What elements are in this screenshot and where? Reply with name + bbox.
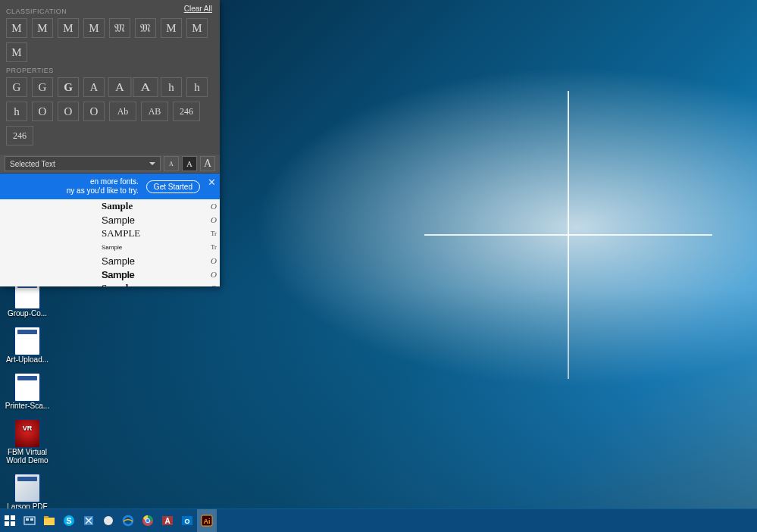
property-cell[interactable]: AB xyxy=(141,102,168,121)
classification-cell[interactable]: M xyxy=(6,18,27,38)
classification-cell[interactable]: M xyxy=(58,18,79,38)
property-cell[interactable]: h xyxy=(186,77,208,97)
font-preview: Sample xyxy=(102,200,208,212)
svg-text:Ai: Ai xyxy=(204,518,211,525)
desktop-icons: Group-Co...Art-Upload...Printer-Sca...FB… xyxy=(3,280,56,528)
taskbar-illustrator[interactable]: Ai xyxy=(197,509,217,532)
svg-rect-8 xyxy=(44,516,48,518)
taskbar-task-view[interactable] xyxy=(20,509,39,532)
font-preview: Sample xyxy=(102,282,208,286)
property-cell[interactable]: A xyxy=(83,77,105,97)
panel-header: Selected Text A A A xyxy=(0,155,220,174)
classification-cell[interactable]: M xyxy=(32,18,53,38)
adobe-fonts-promo: en more fonts. ny as you'd like to try. … xyxy=(0,174,220,199)
desktop-icon[interactable]: FBM Virtual World Demo xyxy=(3,419,52,465)
taskbar-access[interactable]: A xyxy=(158,509,177,532)
taskbar-chrome[interactable] xyxy=(138,509,158,532)
svg-text:S: S xyxy=(66,516,71,525)
property-cell[interactable]: Ab xyxy=(109,102,136,121)
svg-point-12 xyxy=(104,516,113,525)
font-type-badge: Tr xyxy=(208,230,220,237)
classification-cell[interactable]: 𝔐 xyxy=(109,18,130,38)
taskbar-file-explorer[interactable] xyxy=(39,509,59,532)
font-type-badge: Tr xyxy=(208,243,220,251)
classification-cell[interactable]: M xyxy=(6,42,27,62)
classification-grid: MMMM𝔐𝔐MMM xyxy=(6,18,214,62)
font-preview: SAMPLE xyxy=(102,227,208,239)
font-row[interactable]: SampleO xyxy=(0,281,220,286)
font-row[interactable]: SampleO xyxy=(0,268,220,281)
preview-mode-dropdown[interactable]: Selected Text xyxy=(5,156,161,171)
svg-point-17 xyxy=(146,519,149,522)
font-preview: Sample xyxy=(102,214,208,226)
desktop-icon[interactable]: Printer-Sca... xyxy=(3,373,52,410)
svg-rect-0 xyxy=(5,515,9,520)
font-preview: Sample xyxy=(102,255,208,267)
preview-size-medium[interactable]: A xyxy=(182,156,197,171)
font-preview: Sample xyxy=(102,244,208,251)
taskbar-settings[interactable] xyxy=(99,509,118,532)
font-row[interactable]: SampleO xyxy=(0,213,220,227)
font-type-badge: O xyxy=(208,215,220,224)
property-cell[interactable]: A xyxy=(108,77,132,97)
svg-text:O: O xyxy=(184,518,189,525)
property-cell[interactable]: O xyxy=(83,102,105,121)
svg-rect-6 xyxy=(30,518,33,521)
font-picker-panel: Clear All CLASSIFICATION MMMM𝔐𝔐MMM PROPE… xyxy=(0,0,220,286)
file-icon xyxy=(14,419,40,448)
font-list[interactable]: SampleOSampleOSAMPLETrSampleTrSampleOSam… xyxy=(0,199,220,286)
taskbar-start[interactable] xyxy=(0,509,20,532)
properties-heading: PROPERTIES xyxy=(6,67,214,74)
property-cell[interactable]: A xyxy=(133,77,158,97)
clear-all-link[interactable]: Clear All xyxy=(184,5,212,13)
property-cell[interactable]: O xyxy=(32,102,53,121)
icon-label: Group-Co... xyxy=(8,309,47,318)
font-row[interactable]: SampleTr xyxy=(0,240,220,254)
taskbar-snip[interactable] xyxy=(79,509,99,532)
icon-label: Art-Upload... xyxy=(6,355,48,364)
font-type-badge: O xyxy=(208,270,220,279)
properties-grid: GGGAAAhhhOOOAbAB246246 xyxy=(6,77,214,146)
icon-label: FBM Virtual World Demo xyxy=(3,448,52,465)
taskbar-ie[interactable] xyxy=(118,509,138,532)
font-filter-section: Clear All CLASSIFICATION MMMM𝔐𝔐MMM PROPE… xyxy=(0,0,220,155)
get-started-button[interactable]: Get Started xyxy=(146,180,200,193)
classification-heading: CLASSIFICATION xyxy=(6,8,214,15)
svg-rect-2 xyxy=(5,521,9,526)
font-type-badge: O xyxy=(208,283,220,286)
classification-cell[interactable]: M xyxy=(186,18,208,38)
classification-cell[interactable]: M xyxy=(161,18,182,38)
font-row[interactable]: SAMPLETr xyxy=(0,227,220,240)
close-icon[interactable]: ✕ xyxy=(208,177,216,188)
property-cell[interactable]: G xyxy=(6,77,27,97)
taskbar-outlook[interactable]: O xyxy=(177,509,197,532)
taskbar-skype[interactable]: S xyxy=(59,509,79,532)
svg-rect-5 xyxy=(26,518,29,521)
font-preview: Sample xyxy=(102,269,208,280)
property-cell[interactable]: h xyxy=(6,102,27,121)
font-row[interactable]: SampleO xyxy=(0,254,220,268)
font-type-badge: O xyxy=(208,256,220,265)
font-row[interactable]: SampleO xyxy=(0,199,220,213)
dropdown-label: Selected Text xyxy=(10,160,55,168)
file-icon xyxy=(14,373,40,402)
preview-size-small[interactable]: A xyxy=(164,156,179,171)
preview-size-large[interactable]: A xyxy=(200,156,215,171)
icon-label: Printer-Sca... xyxy=(5,402,49,410)
svg-text:A: A xyxy=(164,517,170,525)
property-cell[interactable]: 246 xyxy=(173,102,200,121)
classification-cell[interactable]: 𝔐 xyxy=(135,18,156,38)
font-type-badge: O xyxy=(208,202,220,211)
desktop-icon[interactable]: Art-Upload... xyxy=(3,327,52,364)
file-icon xyxy=(14,327,40,355)
property-cell[interactable]: 246 xyxy=(6,126,33,146)
property-cell[interactable]: O xyxy=(58,102,79,121)
svg-rect-1 xyxy=(11,515,15,520)
file-icon xyxy=(14,474,40,502)
taskbar: SAOAi xyxy=(0,509,757,532)
classification-cell[interactable]: M xyxy=(83,18,105,38)
property-cell[interactable]: h xyxy=(161,77,182,97)
property-cell[interactable]: G xyxy=(32,77,53,97)
property-cell[interactable]: G xyxy=(58,77,79,97)
promo-text: en more fonts. ny as you'd like to try. xyxy=(67,177,139,196)
